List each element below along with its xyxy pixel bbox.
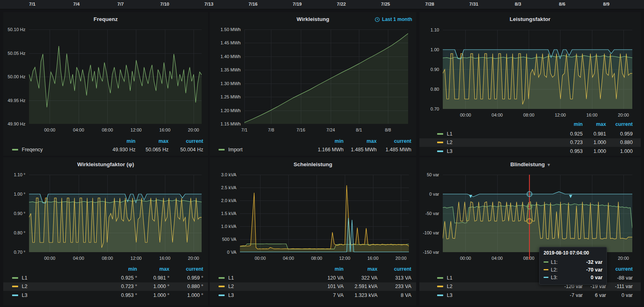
y-axis-tick-label: 1.00 — [419, 47, 439, 52]
timeline-date-label: 7/28 — [425, 2, 434, 6]
legend-sort-min[interactable]: min — [306, 138, 344, 144]
legend-series-name[interactable]: L3 — [22, 292, 27, 298]
panel-title-leistungsfaktor[interactable]: Leistungsfaktor — [419, 16, 641, 22]
panel-title-wirkleistungsfaktor-phi[interactable]: Wirkleistungfaktor (φ) — [3, 161, 208, 167]
y-axis-tick-label: 49.95 Hz — [3, 98, 25, 103]
y-axis-tick-label: 0.80 — [419, 87, 439, 92]
graph-canvas-blindleistung[interactable] — [443, 175, 632, 252]
y-axis-tick-label: 1.0 kVA — [210, 224, 236, 229]
graph-svg — [240, 175, 409, 252]
annotation-marker-icon[interactable] — [469, 195, 472, 198]
legend-series-name[interactable]: Import — [228, 147, 242, 152]
legend-sort-max[interactable]: max — [344, 138, 377, 144]
timeline-date-label: 7/25 — [381, 2, 390, 6]
legend-sort-current[interactable]: current — [169, 138, 203, 144]
time-range-badge[interactable]: Last 1 month — [375, 17, 412, 22]
legend-sort-min[interactable]: min — [102, 266, 137, 272]
legend-sort-min[interactable]: min — [557, 121, 583, 127]
legend-sort-current[interactable]: current — [377, 266, 411, 272]
series-color-swatch[interactable] — [219, 277, 225, 279]
tooltip-series-label: L2: — [551, 267, 558, 273]
legend-series-name[interactable]: L1 — [228, 275, 234, 281]
legend-series-name[interactable]: L2 — [228, 284, 234, 289]
y-axis-tick-label: 0 VA — [210, 250, 236, 255]
series-color-swatch[interactable] — [437, 286, 443, 287]
tooltip-series-label: L3: — [551, 275, 558, 280]
y-axis-tick-label: 1.40 MWh — [210, 54, 241, 59]
legend-scheinleistung: minmaxcurrentL1120 VA322 VA313 VAL2101 V… — [210, 265, 416, 300]
series-color-swatch[interactable] — [219, 149, 225, 150]
legend-value-current: -111 var — [606, 284, 633, 289]
timeline-date-label: 7/16 — [248, 2, 257, 6]
graph-canvas-scheinleistung[interactable] — [240, 175, 409, 252]
legend-value-max: 1.000 ° — [137, 292, 169, 298]
legend-series-name[interactable]: Freqency — [22, 147, 43, 152]
graph-canvas-wirkleistung[interactable] — [244, 29, 408, 124]
legend-series-name[interactable]: L2 — [447, 284, 452, 289]
legend-sort-current[interactable]: current — [377, 138, 411, 144]
legend-series-name[interactable]: L1 — [447, 275, 452, 281]
timeline-date-label: 8/9 — [603, 2, 610, 6]
panel-menu-caret-icon[interactable]: ▾ — [548, 162, 550, 167]
legend-value-max: 322 VA — [344, 275, 377, 281]
series-color-swatch[interactable] — [12, 277, 18, 279]
legend-sort-current[interactable]: current — [606, 266, 633, 272]
grafana-dashboard: 7/17/47/77/107/137/167/197/227/257/287/3… — [0, 0, 644, 307]
series-color-swatch[interactable] — [437, 294, 443, 296]
series-color-swatch[interactable] — [12, 149, 18, 150]
tooltip-series-value: -32 var — [558, 259, 602, 265]
legend-series-name[interactable]: L1 — [22, 275, 27, 281]
legend-sort-min[interactable]: min — [308, 266, 344, 272]
series-color-dash — [544, 269, 548, 270]
timeline-axis[interactable]: 7/17/47/77/107/137/167/197/227/257/287/3… — [0, 0, 644, 9]
legend-sort-max[interactable]: max — [344, 266, 377, 272]
legend-sort-current[interactable]: current — [606, 121, 633, 127]
panel-title-frequenz[interactable]: Frequenz — [3, 16, 208, 22]
panel-title-blindleistung[interactable]: Blindleistung▾ — [419, 161, 641, 167]
annotation-marker-icon[interactable] — [569, 195, 572, 198]
legend-series-name[interactable]: L3 — [447, 292, 452, 298]
timeline-date-label: 7/13 — [204, 2, 213, 6]
y-axis-tick-label: -50 var — [419, 211, 439, 216]
series-color-swatch[interactable] — [437, 277, 443, 279]
x-axis-tick-label: 20:00 — [396, 256, 407, 261]
graph-svg — [29, 175, 202, 252]
legend-value-current: 8 VA — [377, 292, 411, 298]
x-axis-tick-label: 04:00 — [492, 113, 503, 117]
legend-sort-current[interactable]: current — [169, 266, 203, 272]
graph-svg — [29, 29, 202, 124]
series-color-swatch[interactable] — [219, 294, 225, 296]
x-axis-tick-label: 08:00 — [102, 127, 113, 132]
series-color-swatch[interactable] — [12, 294, 18, 296]
x-axis-tick-label: 12:00 — [131, 256, 142, 261]
series-color-swatch[interactable] — [437, 133, 443, 135]
graph-svg — [443, 175, 632, 252]
x-axis-tick-label: 00:00 — [255, 256, 266, 261]
timeline-date-label: 7/19 — [293, 2, 302, 6]
legend-value-current: 0 var — [606, 292, 633, 298]
graph-canvas-wirkleistungsfaktor-phi[interactable] — [29, 175, 202, 252]
y-axis-tick-label: 1.30 MWh — [210, 81, 241, 86]
series-color-swatch[interactable] — [219, 286, 225, 287]
legend-series-name[interactable]: L3 — [447, 148, 452, 154]
y-axis-tick-label: 0.90 — [419, 67, 439, 72]
legend-sort-max[interactable]: max — [135, 138, 169, 144]
graph-canvas-leistungsfaktor[interactable] — [443, 30, 632, 109]
legend-series-name[interactable]: L3 — [228, 292, 234, 298]
legend-sort-max[interactable]: max — [583, 121, 606, 127]
graph-canvas-frequenz[interactable] — [29, 29, 202, 124]
series-color-swatch[interactable] — [437, 150, 443, 152]
legend-sort-max[interactable]: max — [137, 266, 169, 272]
panel-title-scheinleistung[interactable]: Scheinleistung — [210, 161, 416, 167]
legend-series-name[interactable]: L1 — [447, 131, 452, 137]
y-axis-tick-label: 1.25 MWh — [210, 94, 241, 99]
legend-series-name[interactable]: L2 — [22, 284, 27, 289]
series-color-swatch[interactable] — [437, 142, 443, 143]
legend-rows: L1var-88 varL2-120 var-19 var-111 varL3-… — [419, 274, 641, 300]
legend-value-current: 0.959 ° — [169, 275, 203, 281]
y-axis-tick-label: 50.10 Hz — [3, 27, 25, 32]
legend-series-name[interactable]: L2 — [447, 140, 452, 145]
legend-sort-min[interactable]: min — [98, 138, 135, 144]
legend-value-current: 0.880 — [606, 140, 633, 145]
series-color-swatch[interactable] — [12, 286, 18, 287]
